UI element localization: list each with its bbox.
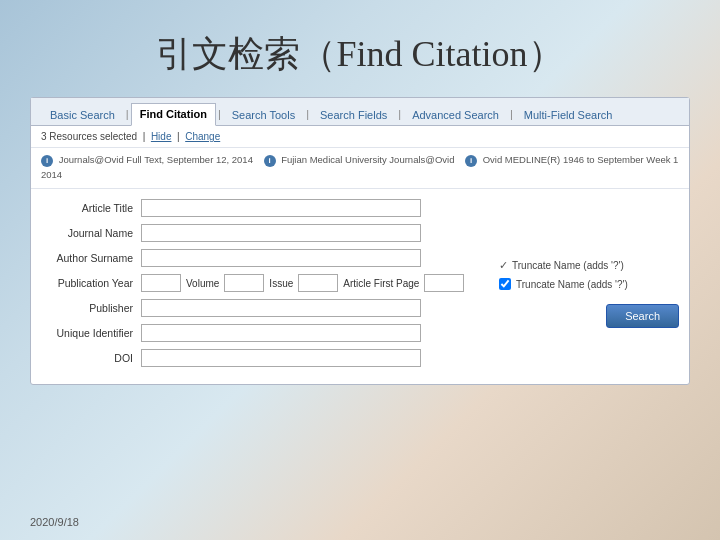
author-surname-row: Author Surname: [41, 249, 489, 267]
change-link[interactable]: Change: [185, 131, 220, 142]
checkmark-1: ✓: [499, 259, 508, 272]
page-title: 引文检索（Find Citation）: [0, 0, 720, 97]
truncate-label-2: Truncate Name (adds '?'): [516, 279, 628, 290]
pub-year-input[interactable]: [141, 274, 181, 292]
truncate-checkbox-2[interactable]: [499, 278, 511, 290]
journal-name-label: Journal Name: [41, 227, 141, 239]
author-surname-input[interactable]: [141, 249, 421, 267]
search-button[interactable]: Search: [606, 304, 679, 328]
issue-label: Issue: [269, 278, 293, 289]
publisher-label: Publisher: [41, 302, 141, 314]
unique-id-input[interactable]: [141, 324, 421, 342]
form-left: Article Title Journal Name Author Surnam…: [41, 199, 489, 374]
truncate-name-row-2: Truncate Name (adds '?'): [499, 278, 679, 290]
journal-name-input[interactable]: [141, 224, 421, 242]
tab-search-fields[interactable]: Search Fields: [311, 104, 396, 125]
tab-advanced-search[interactable]: Advanced Search: [403, 104, 508, 125]
doi-input[interactable]: [141, 349, 421, 367]
article-title-label: Article Title: [41, 202, 141, 214]
publisher-row: Publisher: [41, 299, 489, 317]
info-icon-2: i: [264, 155, 276, 167]
volume-input[interactable]: [224, 274, 264, 292]
article-first-page-input[interactable]: [424, 274, 464, 292]
doi-label: DOI: [41, 352, 141, 364]
truncate-name-row-1: ✓ Truncate Name (adds '?'): [499, 259, 679, 272]
info-icon-3: i: [465, 155, 477, 167]
info-icon-1: i: [41, 155, 53, 167]
tab-find-citation[interactable]: Find Citation: [131, 103, 216, 126]
nav-tabs: Basic Search | Find Citation | Search To…: [31, 98, 689, 126]
pub-year-row: Publication Year Volume Issue Article Fi…: [41, 274, 489, 292]
article-first-page-label: Article First Page: [343, 278, 419, 289]
author-surname-label: Author Surname: [41, 252, 141, 264]
hide-link[interactable]: Hide: [151, 131, 172, 142]
article-title-input[interactable]: [141, 199, 421, 217]
resource-list: i Journals@Ovid Full Text, September 12,…: [31, 148, 689, 189]
tab-multi-field-search[interactable]: Multi-Field Search: [515, 104, 622, 125]
unique-id-label: Unique Identifier: [41, 327, 141, 339]
pub-year-label: Publication Year: [41, 277, 141, 289]
article-title-row: Article Title: [41, 199, 489, 217]
doi-row: DOI: [41, 349, 489, 367]
resource-item-2: Fujian Medical University Journals@Ovid: [281, 154, 454, 165]
tab-basic-search[interactable]: Basic Search: [41, 104, 124, 125]
resource-item-1: Journals@Ovid Full Text, September 12, 2…: [59, 154, 253, 165]
search-panel: Basic Search | Find Citation | Search To…: [30, 97, 690, 385]
pub-year-inputs: Volume Issue Article First Page: [141, 274, 464, 292]
issue-input[interactable]: [298, 274, 338, 292]
form-right: ✓ Truncate Name (adds '?') Truncate Name…: [499, 199, 679, 374]
footer-date: 2020/9/18: [30, 516, 79, 528]
resources-count: 3 Resources selected: [41, 131, 137, 142]
resources-bar: 3 Resources selected | Hide | Change: [31, 126, 689, 148]
volume-label: Volume: [186, 278, 219, 289]
tab-search-tools[interactable]: Search Tools: [223, 104, 304, 125]
unique-id-row: Unique Identifier: [41, 324, 489, 342]
publisher-input[interactable]: [141, 299, 421, 317]
form-area: Article Title Journal Name Author Surnam…: [31, 189, 689, 384]
truncate-label-1: Truncate Name (adds '?'): [512, 260, 624, 271]
journal-name-row: Journal Name: [41, 224, 489, 242]
